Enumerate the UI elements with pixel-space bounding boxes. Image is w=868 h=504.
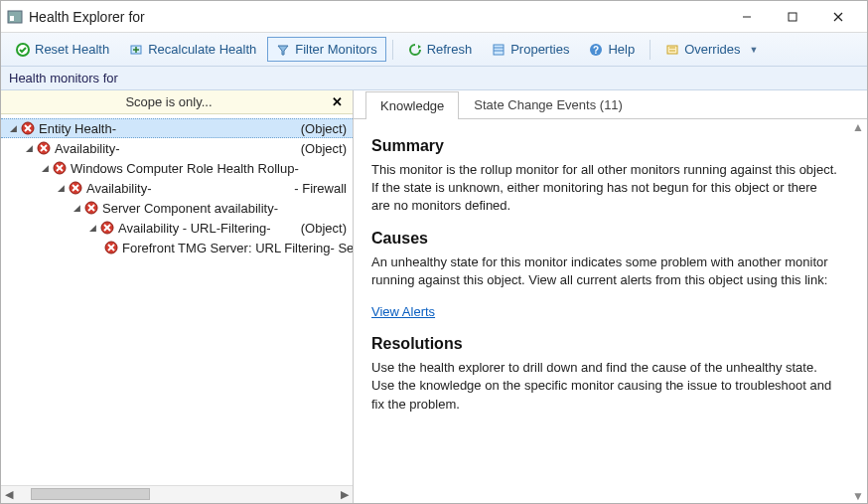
scroll-thumb[interactable] <box>31 488 150 500</box>
tree-node-label: Windows Computer Role Health Rollup <box>71 161 294 176</box>
properties-button[interactable]: Properties <box>483 37 578 62</box>
scroll-down-arrow[interactable]: ▼ <box>852 489 864 503</box>
close-button[interactable] <box>815 3 861 31</box>
knowledge-content: Summary This monitor is the rollup monit… <box>354 119 867 503</box>
horizontal-scrollbar[interactable]: ◀ ▶ <box>1 485 353 503</box>
toolbar-separator <box>392 40 393 60</box>
tree-node-suffix: - <box>147 181 151 196</box>
tree-twisty-icon[interactable]: ◢ <box>7 123 19 133</box>
tree-twisty-icon[interactable]: ◢ <box>39 163 51 173</box>
error-state-icon <box>100 221 114 235</box>
scroll-left-arrow[interactable]: ◀ <box>1 488 17 501</box>
chevron-down-icon: ▼ <box>750 45 759 55</box>
svg-rect-1 <box>10 16 14 21</box>
help-icon: ? <box>589 43 603 57</box>
error-state-icon <box>104 241 118 254</box>
tree-node-label: Availability <box>55 141 115 156</box>
error-state-icon <box>69 181 82 195</box>
tree-node-label: Availability - URL-Filtering <box>118 221 266 236</box>
overrides-icon <box>665 43 679 57</box>
tree-node[interactable]: ◢Entity Health - (Object) <box>1 118 353 138</box>
tree-twisty-icon[interactable]: ◢ <box>23 143 35 153</box>
tree-twisty-icon[interactable]: ◢ <box>55 183 67 193</box>
details-pane: Knowledge State Change Events (11) Summa… <box>354 90 867 503</box>
subheader: Health monitors for <box>1 67 867 90</box>
tree-node-label: Availability <box>86 181 147 196</box>
filter-icon <box>276 43 290 57</box>
tree-node[interactable]: ◢Server Component availability - <box>1 198 353 218</box>
tree-node[interactable]: ◢Availability - - Firewall <box>1 178 353 198</box>
tabs: Knowledge State Change Events (11) <box>354 90 867 119</box>
tree-node-suffix: - <box>266 221 270 236</box>
properties-icon <box>492 43 506 57</box>
filter-monitors-button[interactable]: Filter Monitors <box>267 37 385 62</box>
recalculate-icon <box>129 43 143 57</box>
tree-node-suffix: - <box>294 161 298 176</box>
tree-node-suffix: - <box>115 141 119 156</box>
tree-node[interactable]: ◢Availability - URL-Filtering - (Object) <box>1 218 353 238</box>
scroll-up-arrow[interactable]: ▲ <box>852 120 864 134</box>
recalculate-health-button[interactable]: Recalculate Health <box>120 37 265 62</box>
scroll-right-arrow[interactable]: ▶ <box>337 488 353 501</box>
svg-rect-13 <box>667 46 677 54</box>
error-state-icon <box>84 201 98 215</box>
tree-node-type: (Object) <box>301 141 347 156</box>
view-alerts-link[interactable]: View Alerts <box>371 304 435 319</box>
svg-rect-3 <box>789 13 796 21</box>
tree-twisty-icon[interactable]: ◢ <box>71 203 82 213</box>
tree-node-type: (Object) <box>301 121 347 136</box>
tree-node[interactable]: ◢Availability - (Object) <box>1 138 353 158</box>
tree-node-suffix: - Server <box>331 241 354 255</box>
overrides-button[interactable]: Overrides ▼ <box>656 37 767 62</box>
tab-state-change-events[interactable]: State Change Events (11) <box>459 90 638 118</box>
refresh-button[interactable]: Refresh <box>399 37 482 62</box>
error-state-icon <box>21 121 35 135</box>
tree-twisty-icon[interactable]: ◢ <box>86 223 98 233</box>
titlebar: Health Explorer for <box>1 1 867 33</box>
tree-pane: Scope is only... ✕ ◢Entity Health - (Obj… <box>1 90 354 503</box>
check-circle-icon <box>16 43 30 57</box>
resolutions-text: Use the health explorer to drill down an… <box>371 359 839 414</box>
svg-text:?: ? <box>593 45 599 56</box>
monitors-tree[interactable]: ◢Entity Health - (Object)◢Availability -… <box>1 114 353 485</box>
window-title: Health Explorer for <box>29 9 724 25</box>
tree-node-label: Entity Health <box>39 121 112 136</box>
minimize-button[interactable] <box>724 3 770 31</box>
resolutions-heading: Resolutions <box>371 335 839 353</box>
error-state-icon <box>53 161 67 175</box>
health-explorer-window: Health Explorer for Reset Health Recalcu… <box>0 0 868 504</box>
tree-node-type: (Object) <box>301 221 347 236</box>
tab-knowledge[interactable]: Knowledge <box>365 91 459 119</box>
app-icon <box>7 9 23 25</box>
scope-bar: Scope is only... ✕ <box>1 90 353 114</box>
toolbar: Reset Health Recalculate Health Filter M… <box>1 33 867 67</box>
tree-node-type: - Firewall <box>294 181 347 196</box>
help-button[interactable]: ? Help <box>580 37 644 62</box>
vertical-scrollbar[interactable]: ▲ ▼ <box>849 120 867 503</box>
scope-label: Scope is only... <box>9 94 329 109</box>
svg-rect-8 <box>494 45 504 55</box>
tree-node-label: Server Component availability <box>102 201 274 216</box>
summary-heading: Summary <box>371 137 839 155</box>
tree-node[interactable]: ◢Windows Computer Role Health Rollup - <box>1 158 353 178</box>
tree-node-suffix: - <box>112 121 116 136</box>
causes-heading: Causes <box>371 230 839 248</box>
toolbar-separator <box>650 40 651 60</box>
tree-node-suffix: - <box>274 201 278 216</box>
summary-text: This monitor is the rollup monitor for a… <box>371 161 839 216</box>
scope-close-button[interactable]: ✕ <box>329 94 345 109</box>
reset-health-button[interactable]: Reset Health <box>7 37 118 62</box>
refresh-icon <box>408 43 422 57</box>
tree-node-label: Forefront TMG Server: URL Filtering <box>122 241 331 255</box>
error-state-icon <box>37 141 51 155</box>
causes-text: An unhealthy state for this monitor indi… <box>371 253 839 289</box>
maximize-button[interactable] <box>770 3 815 31</box>
tree-node[interactable]: Forefront TMG Server: URL Filtering - Se… <box>1 238 353 257</box>
